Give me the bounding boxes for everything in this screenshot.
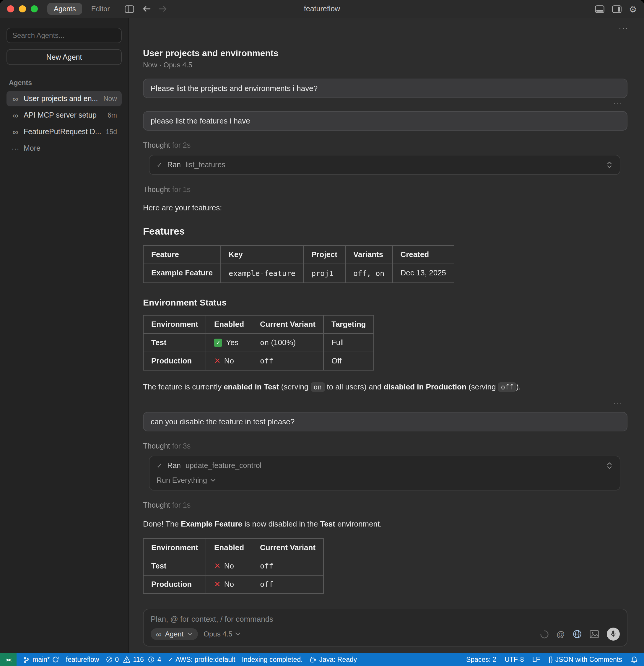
gear-icon[interactable]: ⚙ xyxy=(629,4,637,13)
agent-item-time: Now xyxy=(103,95,117,102)
run-mode-dropdown[interactable]: Run Everything xyxy=(157,477,613,485)
agent-infinity-icon: ∞ xyxy=(11,128,19,136)
aws-profile[interactable]: ✓ AWS: profile:default xyxy=(168,656,235,663)
cell-targeting: Off xyxy=(323,352,374,370)
language-mode[interactable]: {} JSON with Comments xyxy=(548,656,622,663)
sidebar-item-api-mcp[interactable]: ∞ API MCP server setup 6m xyxy=(6,108,122,123)
globe-icon[interactable] xyxy=(573,629,582,639)
column-header: Enabled xyxy=(206,538,252,557)
thought-line-2[interactable]: Thought for 1s xyxy=(143,186,627,194)
java-status[interactable]: Java: Ready xyxy=(309,656,357,663)
agent-infinity-icon: ∞ xyxy=(11,95,19,103)
conversation-meta: Now · Opus 4.5 xyxy=(143,61,627,69)
column-header: Environment xyxy=(143,538,206,557)
message-actions-button[interactable]: ··· xyxy=(143,101,627,108)
cell-current-variant: off xyxy=(252,557,323,576)
thought-line-1[interactable]: Thought for 2s xyxy=(143,141,627,150)
indexing-status[interactable]: Indexing completed. xyxy=(242,656,303,663)
message-actions-button[interactable]: ··· xyxy=(143,400,627,407)
titlebar-right-controls: ⚙ xyxy=(595,4,637,13)
tool-call-list-features[interactable]: ✓ Ran list_features xyxy=(149,155,620,175)
zoom-window-button[interactable] xyxy=(31,5,38,13)
cell-project: proj1 xyxy=(303,264,345,283)
close-window-button[interactable] xyxy=(7,5,14,13)
problems-errors[interactable]: 0 xyxy=(105,656,119,663)
table-header-row: Feature Key Project Variants Created xyxy=(143,246,454,264)
chevron-down-icon xyxy=(211,479,216,483)
agent-list: ∞ User projects and en... Now ∞ API MCP … xyxy=(6,91,122,156)
panel-bottom-icon[interactable] xyxy=(595,5,604,13)
conversation-title: User projects and environments xyxy=(143,48,627,58)
thought-duration: for 3s xyxy=(172,442,191,451)
error-icon xyxy=(105,656,112,663)
sidebar-item-user-projects[interactable]: ∞ User projects and en... Now xyxy=(6,91,122,106)
thought-line-4[interactable]: Thought for 1s xyxy=(143,502,627,510)
panel-right-icon[interactable] xyxy=(612,5,621,13)
cross-icon: ✕ xyxy=(214,580,221,590)
table-row: Production ✕No off Off xyxy=(143,352,374,370)
column-header: Created xyxy=(392,246,454,264)
search-input[interactable] xyxy=(6,28,122,43)
encoding-indicator[interactable]: UTF-8 xyxy=(504,656,524,663)
cross-icon: ✕ xyxy=(214,356,221,366)
infinity-icon: ∞ xyxy=(156,630,162,638)
microphone-button[interactable] xyxy=(607,628,620,641)
remote-indicator[interactable]: >< xyxy=(0,653,17,666)
environment-status-heading: Environment Status xyxy=(143,297,627,307)
thought-duration: for 2s xyxy=(172,141,191,150)
nav-controls xyxy=(124,5,167,13)
check-icon: ✓ xyxy=(168,656,173,663)
cell-variants: off, on xyxy=(345,264,392,283)
column-header: Environment xyxy=(143,315,206,334)
tool-name: update_feature_control xyxy=(185,462,262,470)
composer-input[interactable]: Plan, @ for context, / for commands xyxy=(151,615,620,624)
image-icon[interactable] xyxy=(590,630,599,638)
warning-count: 116 xyxy=(133,656,144,663)
history-spinner-icon[interactable] xyxy=(540,630,549,638)
notifications-bell[interactable] xyxy=(630,656,638,663)
bell-icon xyxy=(630,656,638,663)
spaces-indicator[interactable]: Spaces: 2 xyxy=(466,656,496,663)
composer[interactable]: Plan, @ for context, / for commands ∞ Ag… xyxy=(143,609,627,647)
problems-infos[interactable]: 4 xyxy=(148,656,161,663)
column-header: Variants xyxy=(345,246,392,264)
table-row: Production ✕No off xyxy=(143,575,323,594)
thought-line-3[interactable]: Thought for 3s xyxy=(143,442,627,451)
features-heading: Features xyxy=(143,226,627,238)
agent-mode-dropdown[interactable]: ∞ Agent xyxy=(151,628,198,640)
problems-warnings[interactable]: 116 xyxy=(123,656,144,663)
forward-arrow-icon xyxy=(159,5,167,13)
window-title: featureflow xyxy=(304,5,340,13)
table-header-row: Environment Enabled Current Variant Targ… xyxy=(143,315,374,334)
unfold-icon[interactable] xyxy=(606,462,613,470)
cell-current-variant: off xyxy=(252,352,323,370)
column-header: Targeting xyxy=(323,315,374,334)
info-icon xyxy=(148,656,155,663)
project-name[interactable]: featureflow xyxy=(66,656,99,663)
minimize-window-button[interactable] xyxy=(19,5,26,13)
sidebar-item-featureputrequest[interactable]: ∞ FeaturePutRequest D... 15d xyxy=(6,124,122,139)
model-dropdown[interactable]: Opus 4.5 xyxy=(203,630,240,638)
thought-label: Thought xyxy=(143,141,170,150)
cell-enabled: ✕No xyxy=(206,557,252,576)
tab-editor[interactable]: Editor xyxy=(85,3,117,15)
thought-duration: for 1s xyxy=(172,186,191,194)
tool-call-update-feature-control[interactable]: ✓ Ran update_feature_control Run Everyth… xyxy=(149,456,620,491)
tab-agents[interactable]: Agents xyxy=(47,3,83,15)
microphone-icon xyxy=(610,630,616,638)
user-message-3: can you disable the feature in test plea… xyxy=(143,412,627,432)
inline-code: on xyxy=(310,383,325,392)
unfold-icon[interactable] xyxy=(606,161,613,169)
back-arrow-icon[interactable] xyxy=(142,5,150,13)
chat-options-button[interactable]: ··· xyxy=(619,23,629,33)
mention-icon[interactable]: @ xyxy=(557,630,565,638)
git-branch[interactable]: main* xyxy=(23,656,59,663)
sidebar-item-more[interactable]: ··· More xyxy=(6,141,122,156)
agent-item-label: API MCP server setup xyxy=(24,111,103,119)
new-agent-button[interactable]: New Agent xyxy=(6,49,122,65)
more-dots-icon: ··· xyxy=(11,144,19,152)
sidebar-toggle-icon[interactable] xyxy=(124,5,134,13)
eol-indicator[interactable]: LF xyxy=(532,656,540,663)
agent-item-time: 15d xyxy=(106,128,117,135)
error-count: 0 xyxy=(115,656,119,663)
